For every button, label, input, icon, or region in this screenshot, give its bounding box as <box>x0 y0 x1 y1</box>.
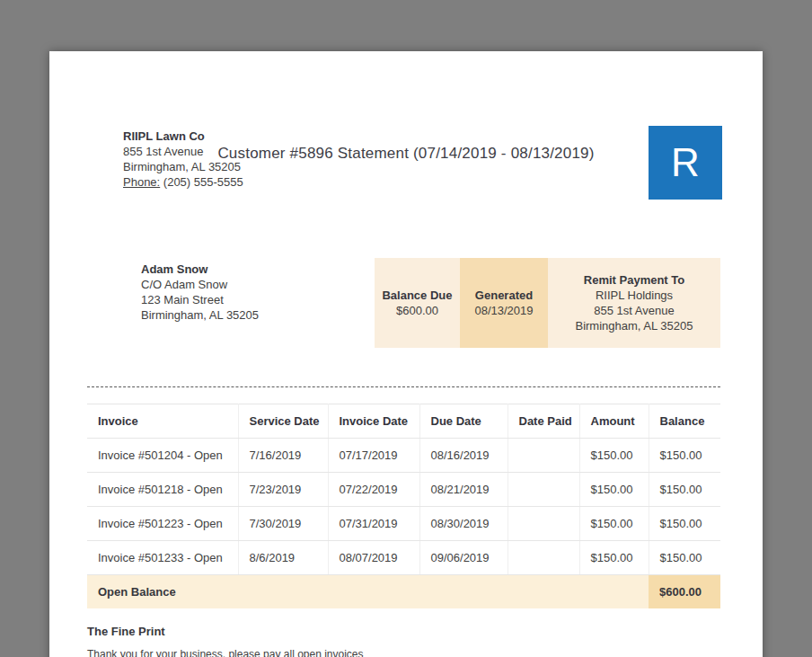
open-balance-value: $600.00 <box>649 575 720 609</box>
remit-name: RIIPL Holdings <box>596 288 673 303</box>
cell-due-date: 09/06/2019 <box>419 541 508 575</box>
header-service-date: Service Date <box>238 404 328 439</box>
cell-amount: $150.00 <box>579 473 649 507</box>
cell-date-paid <box>508 541 579 575</box>
company-phone: Phone: (205) 555-5555 <box>123 174 243 190</box>
remit-label: Remit Payment To <box>584 272 684 288</box>
open-balance-row: Open Balance $600.00 <box>87 575 720 609</box>
company-address-line1: 855 1st Avenue <box>123 144 243 159</box>
generated-cell: Generated 08/13/2019 <box>460 258 548 348</box>
company-info: RIIPL Lawn Co 855 1st Avenue Birmingham,… <box>123 129 243 190</box>
cell-invoice-date: 07/17/2019 <box>328 439 419 473</box>
dashed-divider <box>87 386 720 387</box>
cell-service-date: 8/6/2019 <box>238 541 328 575</box>
summary-bar: Balance Due $600.00 Generated 08/13/2019… <box>375 258 720 348</box>
remit-cell: Remit Payment To RIIPL Holdings 855 1st … <box>548 258 720 348</box>
invoice-table: Invoice Service Date Invoice Date Due Da… <box>87 404 720 608</box>
cell-due-date: 08/30/2019 <box>419 507 508 541</box>
cell-amount: $150.00 <box>579 541 649 575</box>
company-logo: R <box>649 126 722 200</box>
header-amount: Amount <box>579 404 649 439</box>
cell-date-paid <box>508 507 579 541</box>
fine-print-text: Thank you for your business, please pay … <box>87 648 364 657</box>
phone-label: Phone: <box>123 175 160 189</box>
cell-date-paid <box>508 473 579 507</box>
balance-due-value: $600.00 <box>396 303 438 318</box>
company-name: RIIPL Lawn Co <box>123 129 243 144</box>
statement-page: Customer #5896 Statement (07/14/2019 - 0… <box>49 51 763 657</box>
balance-due-label: Balance Due <box>382 288 452 303</box>
customer-name: Adam Snow <box>141 262 259 277</box>
cell-service-date: 7/23/2019 <box>238 473 328 507</box>
cell-invoice-date: 08/07/2019 <box>328 541 419 575</box>
cell-service-date: 7/16/2019 <box>238 439 328 473</box>
header-balance: Balance <box>649 404 720 439</box>
cell-amount: $150.00 <box>579 507 649 541</box>
cell-balance: $150.00 <box>649 541 720 575</box>
header-date-paid: Date Paid <box>508 404 579 439</box>
customer-line2: 123 Main Street <box>141 292 259 307</box>
cell-balance: $150.00 <box>649 439 720 473</box>
table-row: Invoice #501223 - Open 7/30/2019 07/31/2… <box>87 507 720 541</box>
cell-invoice: Invoice #501223 - Open <box>87 507 238 541</box>
cell-date-paid <box>508 439 579 473</box>
header-invoice: Invoice <box>87 404 238 439</box>
table-row: Invoice #501204 - Open 7/16/2019 07/17/2… <box>87 439 720 473</box>
cell-due-date: 08/16/2019 <box>419 439 508 473</box>
remit-address1: 855 1st Avenue <box>594 303 674 318</box>
remit-address2: Birmingham, AL 35205 <box>575 318 693 333</box>
cell-invoice: Invoice #501204 - Open <box>87 439 238 473</box>
cell-balance: $150.00 <box>649 507 720 541</box>
cell-invoice: Invoice #501218 - Open <box>87 473 238 507</box>
open-balance-label: Open Balance <box>87 575 649 609</box>
customer-info: Adam Snow C/O Adam Snow 123 Main Street … <box>141 262 259 323</box>
cell-invoice-date: 07/22/2019 <box>328 473 419 507</box>
phone-number: (205) 555-5555 <box>163 175 243 189</box>
balance-due-cell: Balance Due $600.00 <box>375 258 460 348</box>
company-address-line2: Birmingham, AL 35205 <box>123 159 243 174</box>
customer-line3: Birmingham, AL 35205 <box>141 307 259 323</box>
fine-print-title: The Fine Print <box>87 625 165 638</box>
table-row: Invoice #501218 - Open 7/23/2019 07/22/2… <box>87 473 720 507</box>
cell-balance: $150.00 <box>649 473 720 507</box>
header-invoice-date: Invoice Date <box>328 404 419 439</box>
generated-value: 08/13/2019 <box>474 303 533 318</box>
cell-invoice-date: 07/31/2019 <box>328 507 419 541</box>
customer-line1: C/O Adam Snow <box>141 277 259 292</box>
table-header-row: Invoice Service Date Invoice Date Due Da… <box>87 404 720 439</box>
generated-label: Generated <box>475 288 533 303</box>
cell-amount: $150.00 <box>579 439 649 473</box>
cell-service-date: 7/30/2019 <box>238 507 328 541</box>
cell-invoice: Invoice #501233 - Open <box>87 541 238 575</box>
header-due-date: Due Date <box>419 404 508 439</box>
table-row: Invoice #501233 - Open 8/6/2019 08/07/20… <box>87 541 720 575</box>
app-backdrop: Customer #5896 Statement (07/14/2019 - 0… <box>0 0 812 657</box>
cell-due-date: 08/21/2019 <box>419 473 508 507</box>
